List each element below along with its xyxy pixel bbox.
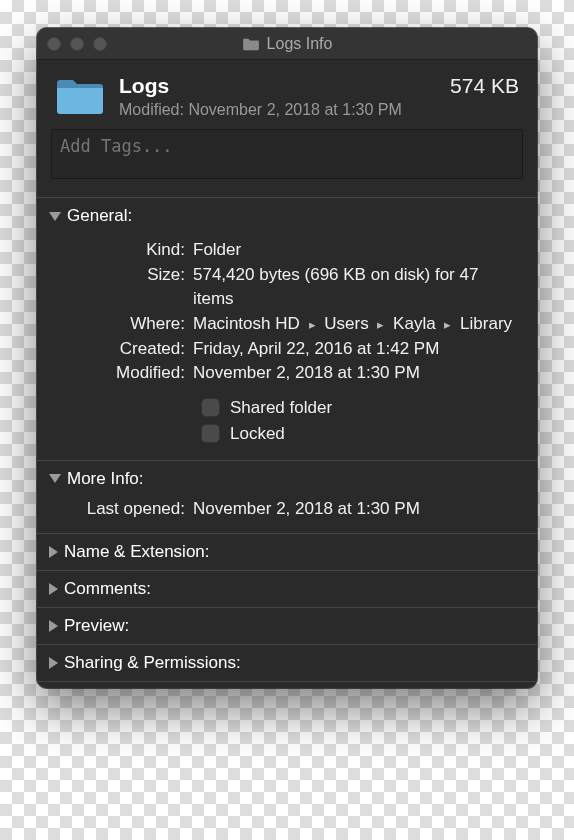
info-window: Logs Info Logs 574 KB Modified: November…	[37, 28, 537, 688]
section-header-more-info[interactable]: More Info:	[37, 461, 537, 497]
shared-folder-checkbox[interactable]	[201, 398, 220, 417]
minimize-button[interactable]	[70, 37, 84, 51]
label-last-opened: Last opened:	[55, 499, 193, 519]
item-name: Logs	[119, 74, 169, 98]
value-last-opened: November 2, 2018 at 1:30 PM	[193, 499, 420, 519]
path-separator-icon: ▸	[309, 317, 316, 332]
item-size: 574 KB	[450, 74, 519, 98]
section-name-extension: Name & Extension:	[37, 533, 537, 570]
section-title: Preview:	[64, 616, 129, 636]
titlebar[interactable]: Logs Info	[37, 28, 537, 60]
tags-input[interactable]	[51, 129, 523, 179]
section-header-name-extension[interactable]: Name & Extension:	[37, 534, 537, 570]
info-row-last-opened: Last opened: November 2, 2018 at 1:30 PM	[55, 499, 519, 519]
zoom-button[interactable]	[93, 37, 107, 51]
value-where: Macintosh HD ▸ Users ▸ Kayla ▸ Library	[193, 312, 519, 337]
value-kind: Folder	[193, 238, 519, 263]
chevron-right-icon	[49, 546, 58, 558]
locked-label: Locked	[230, 424, 285, 444]
chevron-right-icon	[49, 620, 58, 632]
label-kind: Kind:	[55, 238, 193, 263]
section-sharing-permissions: Sharing & Permissions:	[37, 644, 537, 682]
locked-row: Locked	[201, 424, 519, 444]
info-row-created: Created: Friday, April 22, 2016 at 1:42 …	[55, 337, 519, 362]
section-header-sharing[interactable]: Sharing & Permissions:	[37, 645, 537, 681]
traffic-lights	[47, 37, 107, 51]
locked-checkbox[interactable]	[201, 424, 220, 443]
path-separator-icon: ▸	[377, 317, 384, 332]
label-size: Size:	[55, 263, 193, 288]
close-button[interactable]	[47, 37, 61, 51]
label-modified: Modified:	[55, 361, 193, 386]
info-row-size: Size: 574,420 bytes (696 KB on disk) for…	[55, 263, 519, 312]
folder-icon	[55, 77, 105, 117]
section-header-preview[interactable]: Preview:	[37, 608, 537, 644]
section-header-general[interactable]: General:	[37, 198, 537, 234]
section-title: Sharing & Permissions:	[64, 653, 241, 673]
window-title: Logs Info	[267, 35, 333, 53]
value-modified: November 2, 2018 at 1:30 PM	[193, 361, 519, 386]
shared-folder-row: Shared folder	[201, 398, 519, 418]
section-title: More Info:	[67, 469, 144, 489]
chevron-right-icon	[49, 583, 58, 595]
chevron-down-icon	[49, 474, 61, 483]
section-general: General: Kind: Folder Size: 574,420 byte…	[37, 197, 537, 460]
shared-folder-label: Shared folder	[230, 398, 332, 418]
section-title: General:	[67, 206, 132, 226]
folder-icon	[242, 37, 260, 51]
label-created: Created:	[55, 337, 193, 362]
path-separator-icon: ▸	[444, 317, 451, 332]
modified-summary: Modified: November 2, 2018 at 1:30 PM	[119, 101, 519, 119]
section-comments: Comments:	[37, 570, 537, 607]
section-title: Comments:	[64, 579, 151, 599]
chevron-right-icon	[49, 657, 58, 669]
section-more-info: More Info: Last opened: November 2, 2018…	[37, 460, 537, 533]
section-preview: Preview:	[37, 607, 537, 644]
value-created: Friday, April 22, 2016 at 1:42 PM	[193, 337, 519, 362]
info-row-kind: Kind: Folder	[55, 238, 519, 263]
chevron-down-icon	[49, 212, 61, 221]
label-where: Where:	[55, 312, 193, 337]
section-header-comments[interactable]: Comments:	[37, 571, 537, 607]
header: Logs 574 KB Modified: November 2, 2018 a…	[37, 60, 537, 129]
section-title: Name & Extension:	[64, 542, 210, 562]
info-row-where: Where: Macintosh HD ▸ Users ▸ Kayla ▸ Li…	[55, 312, 519, 337]
value-size: 574,420 bytes (696 KB on disk) for 47 it…	[193, 263, 519, 312]
info-row-modified: Modified: November 2, 2018 at 1:30 PM	[55, 361, 519, 386]
